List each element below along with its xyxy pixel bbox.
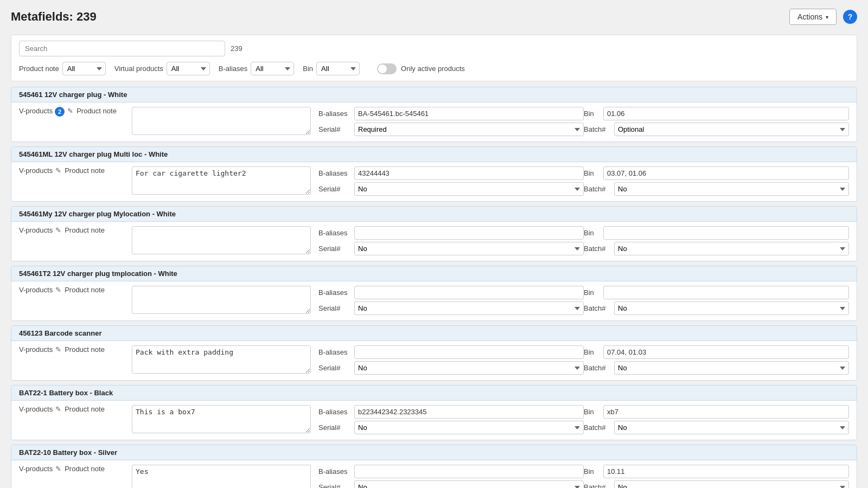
active-products-label: Only active products <box>401 65 465 73</box>
serial-label-4: Serial# <box>318 364 351 372</box>
b-aliases-row-6: B-aliases <box>318 465 584 478</box>
edit-icon-0[interactable]: ✎ <box>67 107 73 115</box>
product-right-3: B-aliasesBinSerial#NoOptionalRequiredBat… <box>311 286 849 315</box>
filter-product-note-select[interactable]: All <box>62 62 106 75</box>
v-products-label-3: V-products <box>19 286 53 294</box>
note-textarea-6[interactable] <box>132 465 311 488</box>
bin-input-1[interactable] <box>603 166 849 180</box>
bin-input-3[interactable] <box>603 286 849 299</box>
v-products-label-1: V-products <box>19 166 53 175</box>
b-aliases-input-0[interactable] <box>354 107 584 120</box>
actions-button[interactable]: Actions ▾ <box>789 9 837 25</box>
bin-row-6: Bin <box>584 465 849 478</box>
bin-input-5[interactable] <box>603 405 849 419</box>
product-right-4: B-aliasesBinSerial#NoOptionalRequiredBat… <box>311 345 849 375</box>
bin-input-4[interactable] <box>603 345 849 359</box>
note-textarea-4[interactable] <box>132 345 311 374</box>
bin-label-4: Bin <box>584 348 600 356</box>
b-aliases-input-4[interactable] <box>354 345 584 359</box>
b-aliases-label-5: B-aliases <box>318 408 351 416</box>
serial-select-2[interactable]: NoOptionalRequired <box>354 242 584 255</box>
batch-select-3[interactable]: NoOptionalRequired <box>614 301 849 315</box>
product-right-5: B-aliasesBinSerial#NoOptionalRequiredBat… <box>311 405 849 434</box>
b-aliases-label-0: B-aliases <box>318 110 351 118</box>
product-body-2: V-products✎Product noteB-aliasesBinSeria… <box>11 222 857 261</box>
product-header-3: 545461T2 12V charger plug tmplocation - … <box>11 266 857 281</box>
b-aliases-input-5[interactable] <box>354 405 584 419</box>
serial-select-0[interactable]: NoOptionalRequired <box>354 123 584 136</box>
product-note-label-5: Product note <box>65 405 105 413</box>
product-right-6: B-aliasesBinSerial#NoOptionalRequiredBat… <box>311 465 849 488</box>
bin-input-2[interactable] <box>603 226 849 240</box>
edit-icon-3[interactable]: ✎ <box>55 286 61 294</box>
product-body-0: V-products2✎Product noteB-aliasesBinSeri… <box>11 102 857 142</box>
product-header-4: 456123 Barcode scanner <box>11 326 857 341</box>
product-right-1: B-aliasesBinSerial#NoOptionalRequiredBat… <box>311 166 849 196</box>
edit-icon-5[interactable]: ✎ <box>55 405 61 413</box>
b-aliases-row-3: B-aliases <box>318 286 584 299</box>
product-block: 545461T2 12V charger plug tmplocation - … <box>11 266 857 321</box>
v-products-label-0: V-products <box>19 107 53 115</box>
filter-virtual-products-select[interactable]: All <box>167 62 210 75</box>
filter-b-aliases-select[interactable]: All <box>251 62 294 75</box>
batch-select-5[interactable]: NoOptionalRequired <box>614 421 849 434</box>
products-list: 545461 12V charger plug - WhiteV-product… <box>11 87 857 488</box>
b-aliases-input-3[interactable] <box>354 286 584 299</box>
b-aliases-label-1: B-aliases <box>318 169 351 177</box>
toggle-slider <box>377 63 397 74</box>
batch-select-4[interactable]: NoOptionalRequired <box>614 361 849 375</box>
batch-label-4: Batch# <box>584 364 611 372</box>
b-aliases-input-2[interactable] <box>354 226 584 240</box>
edit-icon-6[interactable]: ✎ <box>55 465 61 473</box>
serial-label-3: Serial# <box>318 304 351 312</box>
product-note-area-3 <box>132 286 311 314</box>
bin-row-1: Bin <box>584 166 849 180</box>
filter-product-note-label: Product note <box>19 65 59 73</box>
batch-select-6[interactable]: NoOptionalRequired <box>614 480 849 488</box>
filter-bin-label: Bin <box>303 65 313 73</box>
product-block: 545461ML 12V charger plug Multi loc - Wh… <box>11 146 857 202</box>
b-aliases-input-6[interactable] <box>354 465 584 478</box>
batch-select-1[interactable]: NoOptionalRequired <box>614 182 849 196</box>
serial-select-3[interactable]: NoOptionalRequired <box>354 301 584 315</box>
serial-select-4[interactable]: NoOptionalRequired <box>354 361 584 375</box>
edit-icon-1[interactable]: ✎ <box>55 166 61 175</box>
serial-select-1[interactable]: NoOptionalRequired <box>354 182 584 196</box>
note-textarea-2[interactable] <box>132 226 311 254</box>
batch-select-0[interactable]: NoOptionalRequired <box>614 123 849 136</box>
edit-icon-4[interactable]: ✎ <box>55 345 61 354</box>
b-aliases-row-4: B-aliases <box>318 345 584 359</box>
note-textarea-1[interactable] <box>132 166 311 195</box>
serial-select-5[interactable]: NoOptionalRequired <box>354 421 584 434</box>
product-body-3: V-products✎Product noteB-aliasesBinSeria… <box>11 281 857 320</box>
product-note-area-5 <box>132 405 311 433</box>
active-products-toggle[interactable] <box>377 63 397 74</box>
bin-input-0[interactable] <box>603 107 849 120</box>
filter-b-aliases: B-aliases All <box>219 62 294 75</box>
serial-label-1: Serial# <box>318 185 351 193</box>
bin-row-4: Bin <box>584 345 849 359</box>
serial-label-6: Serial# <box>318 483 351 488</box>
help-icon[interactable]: ? <box>843 10 857 24</box>
product-note-area-6 <box>132 465 311 488</box>
bin-label-1: Bin <box>584 169 600 177</box>
page-container: Metafields: 239 Actions ▾ ? 239 Product … <box>0 0 868 488</box>
serial-label-2: Serial# <box>318 245 351 253</box>
bin-row-2: Bin <box>584 226 849 240</box>
product-left-3: V-products✎Product note <box>19 286 127 294</box>
batch-select-2[interactable]: NoOptionalRequired <box>614 242 849 255</box>
note-textarea-5[interactable] <box>132 405 311 433</box>
b-aliases-input-1[interactable] <box>354 166 584 180</box>
search-input[interactable] <box>19 41 225 56</box>
product-left-0: V-products2✎Product note <box>19 107 127 117</box>
note-textarea-0[interactable] <box>132 107 311 135</box>
product-block: BAT22-10 Battery box - SilverV-products✎… <box>11 445 857 488</box>
note-textarea-3[interactable] <box>132 286 311 314</box>
edit-icon-2[interactable]: ✎ <box>55 226 61 234</box>
v-products-badge-0[interactable]: 2 <box>55 107 65 117</box>
bin-input-6[interactable] <box>603 465 849 478</box>
filter-bin-select[interactable]: All <box>316 62 360 75</box>
b-aliases-row-2: B-aliases <box>318 226 584 240</box>
serial-select-6[interactable]: NoOptionalRequired <box>354 480 584 488</box>
product-header-1: 545461ML 12V charger plug Multi loc - Wh… <box>11 147 857 162</box>
